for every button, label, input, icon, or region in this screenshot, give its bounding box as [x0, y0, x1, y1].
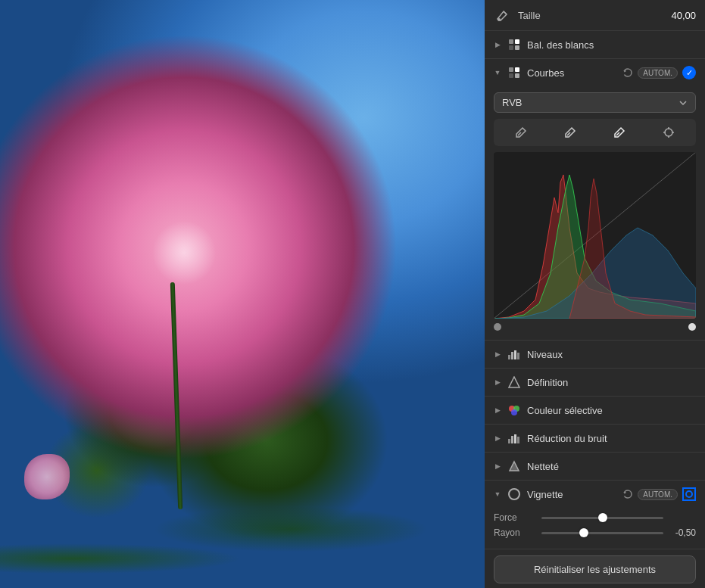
reduction-bruit-icon	[507, 431, 521, 445]
nettete-chevron-icon: ▶	[494, 462, 501, 470]
brush-icon[interactable]	[494, 6, 512, 24]
niveaux-label: Niveaux	[527, 349, 696, 360]
svg-line-10	[567, 132, 570, 135]
reduction-bruit-row[interactable]: ▶ Réduction du bruit	[485, 425, 705, 453]
svg-rect-27	[511, 436, 513, 443]
couleur-selective-label: Couleur sélective	[527, 405, 696, 416]
svg-line-11	[616, 132, 619, 135]
vignette-body: Force Rayon -0,50	[485, 508, 705, 549]
niveaux-chevron-icon: ▶	[494, 350, 501, 358]
svg-rect-1	[509, 39, 513, 44]
definition-chevron-icon: ▶	[494, 378, 501, 386]
svg-rect-5	[509, 67, 513, 72]
courbes-section: ▼ Courbes AUTOM. ✓	[485, 59, 705, 341]
svg-rect-8	[515, 73, 519, 78]
vignette-section: ▼ Vignette AUTOM.	[485, 481, 705, 549]
histogram-area[interactable]	[494, 152, 696, 319]
taille-value: 40,00	[671, 10, 696, 21]
force-slider-thumb[interactable]	[598, 513, 607, 522]
svg-point-25	[511, 409, 517, 415]
svg-rect-19	[511, 352, 513, 359]
nettete-icon	[507, 459, 521, 473]
niveaux-icon	[507, 347, 521, 361]
eyedropper-black-btn[interactable]	[509, 122, 533, 143]
bal-des-blancs-label: Bal. des blancs	[527, 39, 696, 51]
svg-rect-21	[517, 353, 519, 359]
svg-rect-3	[509, 45, 513, 50]
vignette-toggle[interactable]	[682, 487, 696, 501]
definition-label: Définition	[527, 377, 696, 388]
rayon-slider[interactable]	[541, 532, 663, 534]
svg-rect-2	[515, 39, 519, 44]
definition-icon	[507, 375, 521, 389]
courbes-header[interactable]: ▼ Courbes AUTOM. ✓	[485, 59, 705, 86]
tools-row	[494, 119, 696, 146]
svg-rect-28	[514, 434, 516, 443]
vignette-undo-icon[interactable]	[622, 489, 633, 499]
eyedropper-gray-btn[interactable]	[558, 122, 582, 143]
niveaux-row[interactable]: ▶ Niveaux	[485, 341, 705, 369]
histogram-slider	[494, 323, 696, 331]
couleur-selective-row[interactable]: ▶ Couleur sélective	[485, 397, 705, 425]
couleur-selective-chevron-icon: ▶	[494, 406, 501, 414]
photo-area	[0, 0, 485, 588]
nettete-label: Netteté	[527, 461, 696, 472]
nettete-row[interactable]: ▶ Netteté	[485, 453, 705, 481]
definition-row[interactable]: ▶ Définition	[485, 369, 705, 397]
taille-label: Taille	[518, 10, 665, 21]
histogram-left-dot[interactable]	[494, 323, 501, 331]
svg-rect-29	[517, 437, 519, 443]
rayon-value: -0,50	[669, 527, 696, 538]
reduction-bruit-label: Réduction du bruit	[527, 433, 696, 444]
photo-overlay	[0, 0, 485, 588]
rayon-slider-row: Rayon -0,50	[494, 527, 696, 538]
svg-rect-6	[515, 67, 519, 72]
vignette-label: Vignette	[527, 489, 616, 500]
chevron-icon: ▶	[494, 41, 501, 48]
svg-point-0	[498, 18, 501, 21]
vignette-autom-badge[interactable]: AUTOM.	[638, 489, 678, 500]
reset-button[interactable]: Réinitialiser les ajustements	[494, 555, 696, 583]
courbes-chevron: ▼	[494, 69, 501, 76]
force-slider-row: Force	[494, 512, 696, 523]
top-toolbar: Taille 40,00	[485, 0, 705, 31]
courbes-body: RVB	[485, 86, 705, 340]
right-panel: Taille 40,00 ▶ Bal. des blancs ▼	[485, 0, 705, 588]
force-label: Force	[494, 512, 535, 523]
panel-content[interactable]: ▶ Bal. des blancs ▼	[485, 31, 705, 588]
histogram-svg	[494, 152, 696, 319]
rvb-selector[interactable]: RVB	[494, 92, 696, 113]
vignette-chevron-icon: ▼	[494, 490, 501, 498]
bal-des-blancs-icon	[507, 38, 521, 51]
target-btn[interactable]	[657, 122, 681, 143]
bal-des-blancs-row[interactable]: ▶ Bal. des blancs	[485, 31, 705, 59]
rayon-label: Rayon	[494, 527, 535, 538]
undo-icon[interactable]	[622, 67, 633, 78]
svg-marker-30	[510, 462, 519, 471]
courbes-icon	[507, 66, 521, 79]
courbes-autom-badge[interactable]: AUTOM.	[638, 67, 678, 79]
svg-rect-26	[508, 439, 510, 443]
svg-rect-4	[515, 45, 519, 50]
vignette-controls: AUTOM.	[622, 487, 696, 501]
rvb-label: RVB	[502, 97, 523, 108]
reduction-bruit-chevron-icon: ▶	[494, 434, 501, 442]
eyedropper-white-btn[interactable]	[607, 122, 632, 143]
svg-point-12	[665, 129, 672, 136]
force-slider[interactable]	[541, 517, 663, 519]
svg-marker-22	[509, 377, 519, 387]
rvb-chevron-icon	[678, 98, 688, 107]
vignette-header[interactable]: ▼ Vignette AUTOM.	[485, 481, 705, 508]
svg-rect-18	[508, 355, 510, 359]
vignette-icon	[507, 487, 521, 501]
svg-rect-20	[514, 350, 516, 359]
courbes-check[interactable]: ✓	[682, 66, 696, 79]
rayon-slider-thumb[interactable]	[579, 528, 588, 537]
couleur-selective-icon	[507, 403, 521, 417]
courbes-controls: AUTOM. ✓	[622, 66, 696, 79]
svg-line-9	[518, 132, 521, 135]
svg-rect-7	[509, 73, 513, 78]
histogram-right-dot[interactable]	[688, 323, 696, 331]
courbes-label: Courbes	[527, 67, 616, 79]
